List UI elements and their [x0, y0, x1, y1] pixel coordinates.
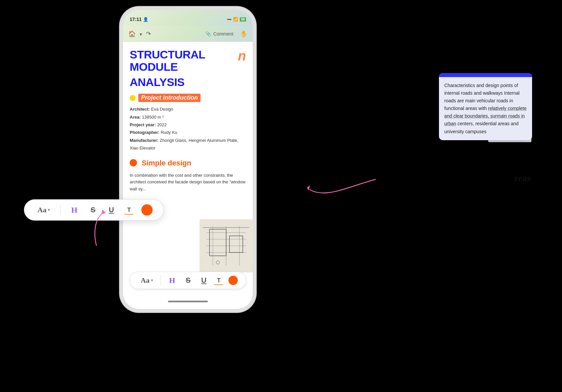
status-time: 17:11 👤 — [130, 17, 148, 22]
phone-strikethrough-button[interactable]: S — [183, 275, 194, 286]
doc-title-line2: ANALYSIS — [130, 76, 246, 88]
phone-font-button[interactable]: Aa ▾ — [138, 275, 156, 286]
phone-bottom-toolbar[interactable]: Aa ▾ H S U T — [130, 272, 246, 289]
arrow-decorations — [0, 0, 562, 392]
comment-popup-bar — [439, 73, 532, 77]
wifi-icon: 📶 — [233, 17, 238, 22]
phone-color-picker[interactable] — [228, 276, 238, 285]
font-label: Aa — [38, 206, 47, 214]
comment-popup: Characteristics and design points of int… — [439, 73, 532, 140]
phone-font-label: Aa — [141, 276, 150, 285]
app-toolbar: 🏠 ▾ ↷ 📎 Comment ✋ — [123, 26, 253, 42]
signal-icon: ▪▪▪ — [227, 17, 231, 22]
comment-label: Comment — [213, 31, 233, 37]
time-display: 17:11 — [130, 17, 142, 22]
expand-icon[interactable]: ▾ — [140, 32, 142, 37]
doc-metadata: Architect: Eva Design Area: 138500 m ² P… — [130, 105, 246, 152]
project-intro-label: Project introduction — [138, 94, 201, 102]
font-button[interactable]: Aa ▾ — [35, 204, 53, 216]
color-picker[interactable] — [141, 204, 153, 216]
floating-toolbar[interactable]: Aa ▾ H S U T — [24, 199, 164, 221]
phone-font-chevron: ▾ — [151, 278, 153, 283]
yellow-dot — [130, 95, 136, 101]
doc-title-line1: STRUCTURAL MODULE — [130, 49, 246, 73]
font-chevron: ▾ — [48, 208, 50, 213]
phone-text-button[interactable]: T — [214, 276, 223, 285]
doc-body-text: In combination with the cost and other c… — [130, 172, 246, 193]
section2-header: Simple design — [130, 156, 246, 169]
strikethrough-button[interactable]: S — [88, 204, 98, 216]
svg-marker-25 — [307, 185, 310, 190]
phone-frame: 17:11 👤 ▪▪▪ 📶 98 🏠 ▾ ↷ 📎 Comment ✋ STRUC… — [123, 10, 253, 309]
phone-underline-button[interactable]: U — [199, 275, 209, 286]
section2-label: Simple design — [142, 159, 191, 167]
battery-level: 98 — [240, 17, 246, 22]
toolbar-divider-1 — [161, 275, 161, 285]
comment-popup-body: Characteristics and design points of int… — [439, 77, 532, 140]
heading-button[interactable]: H — [69, 204, 80, 216]
comment-text: Characteristics and design points of int… — [444, 83, 526, 134]
orange-dot — [130, 159, 137, 166]
reas-text: reas — [514, 173, 531, 183]
text-button[interactable]: T — [124, 205, 133, 215]
phone-heading-button[interactable]: H — [166, 275, 178, 286]
underline-button[interactable]: U — [106, 204, 117, 216]
phone-home-bar — [168, 301, 208, 302]
comment-icon: 📎 — [206, 31, 211, 37]
blueprint-image — [200, 219, 253, 272]
section-header-row: Project introduction — [130, 94, 246, 102]
italic-decoration: n — [238, 49, 246, 63]
hand-icon[interactable]: ✋ — [240, 30, 247, 38]
toolbar-divider-main-1 — [60, 205, 61, 215]
comment-button[interactable]: 📎 Comment — [206, 31, 233, 37]
home-icon[interactable]: 🏠 — [128, 30, 136, 38]
redo-icon[interactable]: ↷ — [146, 30, 151, 38]
status-icons: ▪▪▪ 📶 98 — [227, 17, 246, 22]
status-bar: 17:11 👤 ▪▪▪ 📶 98 — [123, 10, 253, 26]
